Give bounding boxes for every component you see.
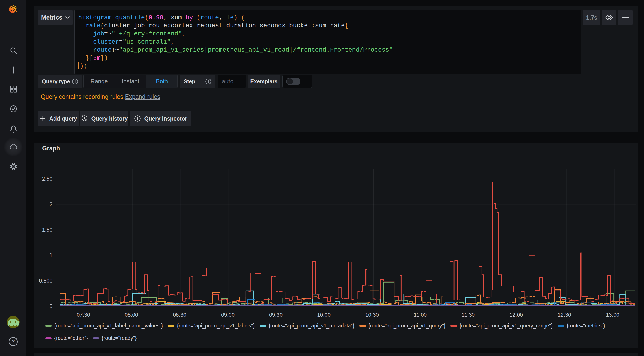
svg-text:?: ? [12,339,15,344]
